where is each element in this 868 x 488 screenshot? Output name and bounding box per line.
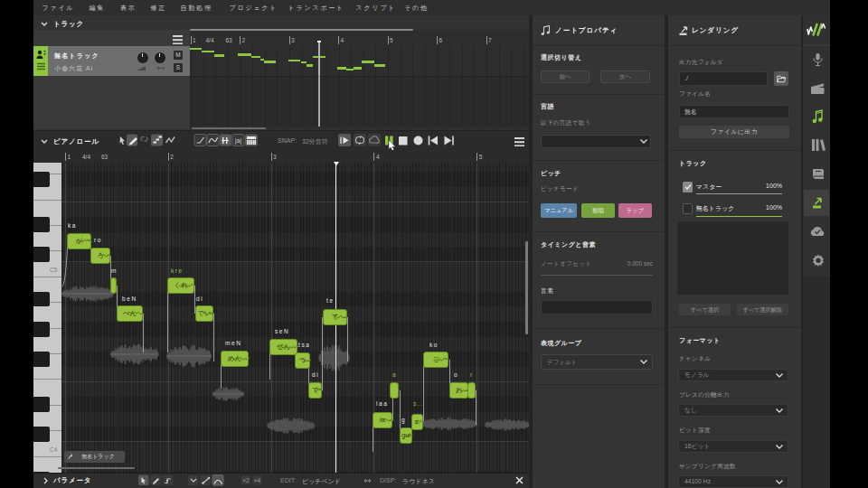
svg-text:SNAP:: SNAP: (278, 137, 297, 144)
svg-text:×4: ×4 (254, 477, 261, 483)
svg-text:|a|: |a| (235, 137, 242, 145)
svg-text:×2: ×2 (242, 477, 250, 483)
